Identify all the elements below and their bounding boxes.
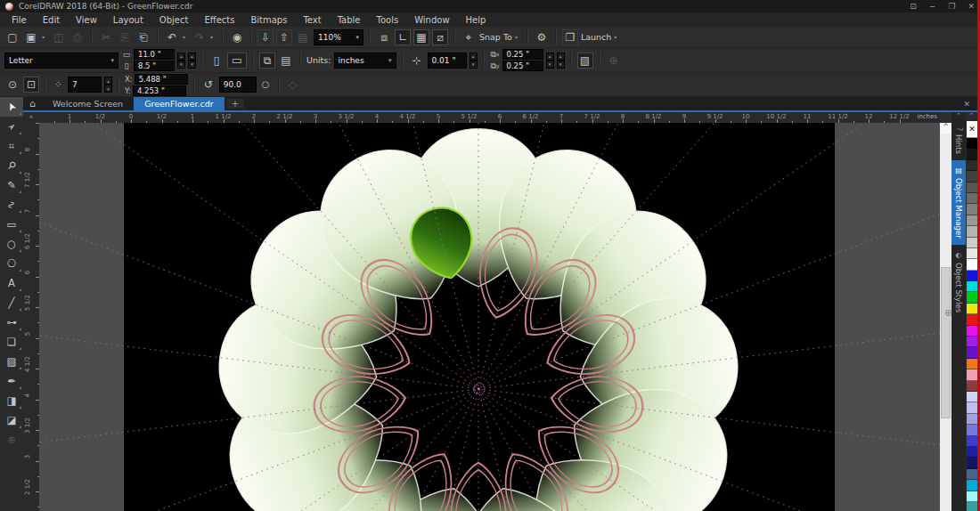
palette-swatch[interactable]: [967, 502, 977, 511]
launch-group[interactable]: ❐Launch▾: [562, 29, 620, 45]
palette-swatch-none[interactable]: ✕: [967, 121, 977, 138]
menu-view[interactable]: View: [68, 15, 105, 25]
dropdown-caret-icon[interactable]: ▾: [614, 34, 620, 40]
text-tool[interactable]: A: [0, 273, 23, 293]
close-icon[interactable]: ✕: [968, 2, 975, 11]
palette-swatch[interactable]: [967, 447, 977, 458]
tab-greenflower[interactable]: GreenFlower.cdr: [134, 97, 225, 111]
restore-icon[interactable]: ❐: [948, 2, 955, 11]
rectangle-tool[interactable]: ▭: [0, 215, 23, 234]
show-grid-icon[interactable]: ▦: [413, 29, 429, 45]
palette-swatch[interactable]: [967, 281, 977, 292]
palette-swatch[interactable]: [967, 392, 977, 402]
menu-text[interactable]: Text: [295, 15, 329, 25]
palette-swatch[interactable]: [967, 138, 977, 149]
page-size-combo[interactable]: Letter ▾: [4, 53, 118, 69]
palette-swatch[interactable]: [967, 171, 977, 182]
menu-table[interactable]: Table: [330, 15, 369, 25]
palette-swatch[interactable]: [967, 314, 977, 325]
menu-layout[interactable]: Layout: [105, 15, 151, 25]
tab-welcome-screen[interactable]: Welcome Screen: [42, 97, 134, 111]
dropdown-caret-icon[interactable]: ▾: [515, 34, 521, 40]
options-icon[interactable]: ⚙: [534, 29, 550, 45]
polygon-tool[interactable]: ⎔: [0, 254, 23, 273]
close-document-icon[interactable]: ✕: [956, 100, 977, 109]
menu-tools[interactable]: Tools: [369, 15, 407, 25]
palette-swatch[interactable]: [967, 304, 977, 314]
combo-caret-icon[interactable]: ▾: [352, 34, 359, 41]
copies-stepper[interactable]: ▴▾: [104, 77, 112, 93]
nudge-distance-field[interactable]: 0.01 ": [428, 53, 467, 69]
palette-swatch[interactable]: [967, 458, 977, 468]
rotation-angle-field[interactable]: 90.0: [219, 77, 257, 93]
menu-bitmaps[interactable]: Bitmaps: [242, 15, 295, 25]
zoom-tool[interactable]: ⚲: [0, 156, 23, 175]
relative-center-button[interactable]: ⊙: [4, 77, 20, 93]
snap-to-icon[interactable]: ⌖: [461, 29, 477, 45]
connector-tool[interactable]: ⊶: [0, 312, 23, 332]
palette-swatch[interactable]: [967, 359, 977, 369]
duplicate-x-field[interactable]: 0.25 ": [502, 49, 543, 60]
palette-swatch[interactable]: [967, 193, 977, 204]
palette-scroll-icon[interactable]: ^: [966, 112, 977, 121]
docker-scroll-icon[interactable]: ^: [951, 112, 966, 121]
palette-swatch[interactable]: [967, 149, 977, 159]
palette-swatch[interactable]: [967, 491, 977, 502]
menu-file[interactable]: File: [4, 15, 35, 25]
palette-swatch[interactable]: [967, 337, 977, 347]
palette-swatch[interactable]: [967, 182, 977, 193]
export-icon[interactable]: ⇧: [276, 29, 292, 45]
page-size-stepper-2[interactable]: ▴▾: [188, 53, 196, 69]
scrollbar-thumb[interactable]: [941, 267, 951, 418]
add-docker-button[interactable]: ⊕: [942, 306, 955, 320]
horizontal-ruler[interactable]: inches 11/201/211 1/222 1/233 1/244 1/25…: [39, 112, 940, 123]
import-icon[interactable]: ⇩: [257, 29, 274, 45]
duplicate-stepper-2[interactable]: ▴▾: [557, 53, 565, 69]
palette-swatch[interactable]: [967, 238, 977, 248]
page-width-field[interactable]: 11.0 ": [134, 49, 175, 60]
show-guidelines-icon[interactable]: ⧄: [432, 29, 448, 45]
palette-swatch[interactable]: [967, 369, 977, 380]
palette-swatch[interactable]: [967, 259, 977, 270]
freehand-tool[interactable]: ✎: [0, 175, 23, 195]
palette-swatch[interactable]: [967, 226, 977, 237]
launch-icon[interactable]: ❐: [562, 29, 578, 45]
current-page-button[interactable]: ▤: [278, 53, 294, 69]
dropdown-caret-icon[interactable]: ▾: [42, 34, 48, 40]
new-document-icon[interactable]: ▢: [4, 29, 20, 45]
full-screen-preview-icon[interactable]: ⧈: [376, 29, 392, 45]
portrait-button[interactable]: ▯: [208, 53, 225, 69]
palette-swatch[interactable]: [967, 204, 977, 215]
treat-as-filled-button[interactable]: ▧: [577, 53, 593, 69]
dropdown-caret-icon[interactable]: ▾: [210, 34, 216, 40]
shape-tool[interactable]: ➢: [0, 117, 23, 136]
palette-swatch[interactable]: [967, 347, 977, 358]
bspline-tool[interactable]: ∿: [0, 195, 23, 215]
docker-tab-object-manager[interactable]: ▤Object Manager: [951, 160, 966, 245]
menu-help[interactable]: Help: [458, 15, 494, 25]
palette-swatch[interactable]: [967, 402, 977, 413]
palette-swatch[interactable]: [967, 469, 977, 480]
menu-edit[interactable]: Edit: [35, 15, 68, 25]
zoom-level-combo[interactable]: 110%▾: [314, 29, 363, 45]
docker-tab-object-styles[interactable]: ◐Object Styles: [951, 245, 966, 319]
palette-swatch[interactable]: [967, 160, 977, 171]
palette-swatch[interactable]: [967, 271, 977, 281]
transparency-tool[interactable]: ▨: [0, 352, 23, 371]
docker-tab-hints[interactable]: ?Hints: [951, 121, 966, 160]
palette-swatch[interactable]: [967, 425, 977, 435]
drop-shadow-tool[interactable]: ❏: [0, 332, 23, 352]
rotation-direction-button[interactable]: ○: [259, 77, 273, 93]
palette-swatch[interactable]: [967, 436, 977, 447]
ellipse-tool[interactable]: ○: [0, 234, 23, 254]
minimize-icon[interactable]: −: [929, 2, 936, 11]
page-size-stepper[interactable]: ▴▾: [177, 53, 185, 69]
snap-to-group[interactable]: ⌖Snap To▾: [461, 29, 521, 45]
undo-icon[interactable]: ↶: [164, 29, 180, 45]
y-position-field[interactable]: 4.253 ": [133, 85, 186, 96]
scroll-up-icon[interactable]: ^: [940, 123, 951, 134]
line-tool[interactable]: ╱: [0, 293, 23, 312]
menu-effects[interactable]: Effects: [196, 15, 242, 25]
page-height-field[interactable]: 8.5 ": [134, 61, 175, 71]
duplicate-y-field[interactable]: 0.25 ": [502, 61, 543, 71]
